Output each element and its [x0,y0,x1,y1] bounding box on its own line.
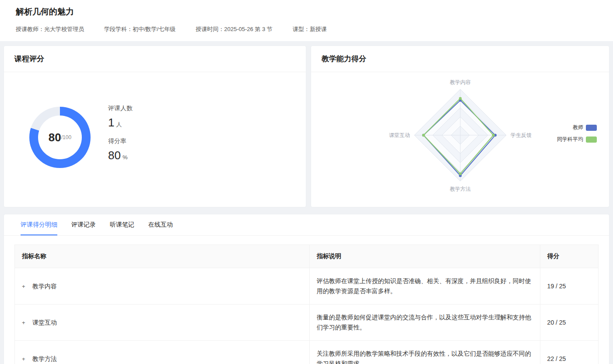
stat-unit: % [123,154,128,161]
table-row: +教学方法关注教师所采用的教学策略和技术手段的有效性，以及它们是否能够适应不同的… [15,341,599,364]
expand-row-icon[interactable]: + [22,282,28,291]
legend-label: 同学科平均 [557,136,583,143]
stat-value: 1 [108,116,114,129]
stat-label: 评课人数 [108,105,133,112]
stat-block: 评课人数1人 [108,105,133,130]
stat-unit: 人 [116,121,122,128]
course-meta: 授课教师：光大学校管理员学段学科：初中/数学/七年级授课时间：2025-05-2… [16,25,597,33]
radar-chart: 教学内容学生反馈教学方法课堂互动 [364,74,557,201]
table-header-cell: 得分 [540,245,598,268]
indicator-name-cell: +课堂互动 [15,304,310,341]
expand-row-icon[interactable]: + [22,354,28,364]
meta-item: 学段学科：初中/数学/七年级 [104,26,175,32]
tab-评课记录[interactable]: 评课记录 [71,214,96,235]
page-header: 解析几何的魅力 授课教师：光大学校管理员学段学科：初中/数学/七年级授课时间：2… [0,0,613,41]
indicator-desc-cell: 衡量的是教师如何促进课堂内的交流与合作，以及这些互动对学生理解和支持他们学习的重… [309,304,540,341]
svg-text:学生反馈: 学生反馈 [511,132,532,138]
indicator-score-cell: 19 / 25 [540,268,598,304]
page-title: 解析几何的魅力 [16,6,597,18]
indicator-name: 教学内容 [32,283,57,290]
svg-text:课堂互动: 课堂互动 [389,132,410,138]
score-donut-center: 80/100 [38,116,82,159]
score-donut-wrap: 80/100 [29,107,91,168]
score-max: /100 [61,134,71,140]
indicator-table-body: +教学内容评估教师在课堂上传授的知识是否准确、相关、有深度，并且组织良好，同时使… [15,268,599,364]
tab-评课得分明细[interactable]: 评课得分明细 [21,214,57,235]
legend-swatch-icon [586,125,597,131]
table-row: +课堂互动衡量的是教师如何促进课堂内的交流与合作，以及这些互动对学生理解和支持他… [15,304,599,341]
legend-item[interactable]: 教师 [557,124,597,131]
table-row: +教学内容评估教师在课堂上传授的知识是否准确、相关、有深度，并且组织良好，同时使… [15,268,599,304]
table-header-cell: 指标说明 [309,245,540,268]
tabs-bar: 评课得分明细评课记录听课笔记在线互动 [4,214,609,236]
indicator-name-cell: +教学方法 [15,341,310,364]
radar-legend: 教师同学科平均 [557,124,597,147]
meta-item: 授课时间：2025-05-26 第 3 节 [196,26,273,32]
meta-item: 授课教师：光大学校管理员 [16,26,84,32]
stat-value: 80 [108,149,121,162]
score-card-title: 课程评分 [4,46,306,72]
indicator-name: 课堂互动 [32,319,57,326]
tab-听课笔记[interactable]: 听课笔记 [110,214,134,235]
svg-text:教学方法: 教学方法 [450,186,471,192]
stat-value-row: 1人 [108,116,133,130]
stat-block: 得分率80% [108,137,133,162]
cards-row: 课程评分 80/100 评课人数1人得分率80% 教学能力得分 教学内容学生反馈… [4,46,609,207]
score-value: 80 [49,131,61,144]
tab-在线互动[interactable]: 在线互动 [148,214,173,235]
score-stats: 评课人数1人得分率80% [108,105,133,170]
legend-label: 教师 [573,124,583,131]
table-header-row: 指标名称指标说明得分 [15,245,599,268]
teaching-ability-card: 教学能力得分 教学内容学生反馈教学方法课堂互动 教师同学科平均 [311,46,609,207]
indicator-desc-cell: 关注教师所采用的教学策略和技术手段的有效性，以及它们是否能够适应不同的学习风格和… [309,341,540,364]
indicator-table: 指标名称指标说明得分 +教学内容评估教师在课堂上传授的知识是否准确、相关、有深度… [14,245,599,364]
radar-card-body: 教学内容学生反馈教学方法课堂互动 教师同学科平均 [311,72,609,203]
indicator-name-cell: +教学内容 [15,268,310,304]
meta-item: 课型：新授课 [293,26,327,32]
indicator-table-wrap: 指标名称指标说明得分 +教学内容评估教师在课堂上传授的知识是否准确、相关、有深度… [4,236,609,364]
stat-label: 得分率 [108,137,133,145]
indicator-score-cell: 22 / 25 [540,341,598,364]
svg-text:教学内容: 教学内容 [450,79,471,85]
radar-card-title: 教学能力得分 [311,46,609,72]
stat-value-row: 80% [108,149,133,162]
legend-item[interactable]: 同学科平均 [557,136,597,143]
legend-swatch-icon [586,136,597,143]
indicator-desc-cell: 评估教师在课堂上传授的知识是否准确、相关、有深度，并且组织良好，同时使用的教学资… [309,268,540,304]
course-score-card: 课程评分 80/100 评课人数1人得分率80% [4,46,306,207]
score-card-body: 80/100 评课人数1人得分率80% [4,72,306,203]
detail-panel: 评课得分明细评课记录听课笔记在线互动 指标名称指标说明得分 +教学内容评估教师在… [4,214,609,364]
table-header-cell: 指标名称 [15,245,310,268]
indicator-name: 教学方法 [32,355,57,362]
expand-row-icon[interactable]: + [22,318,28,327]
indicator-score-cell: 20 / 25 [540,304,598,341]
